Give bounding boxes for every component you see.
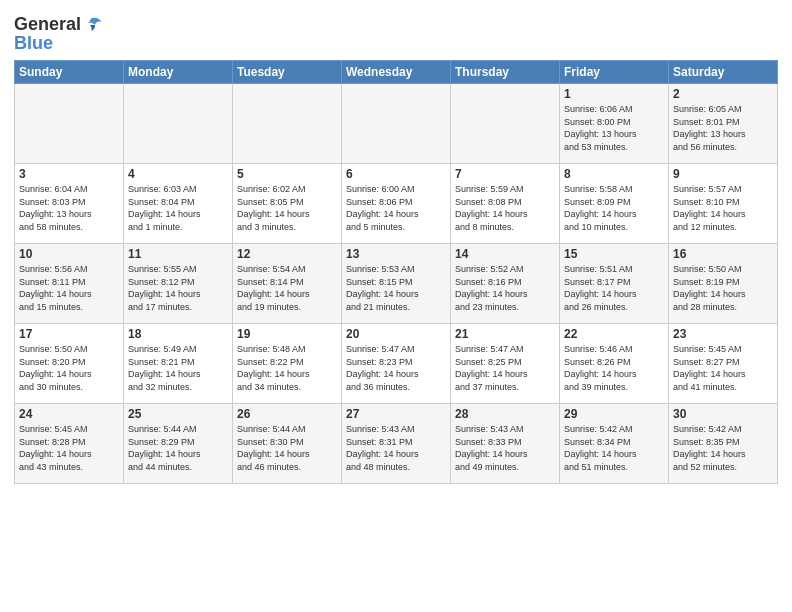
cell-info: Sunrise: 5:53 AM Sunset: 8:15 PM Dayligh… bbox=[346, 263, 446, 313]
calendar-cell: 24Sunrise: 5:45 AM Sunset: 8:28 PM Dayli… bbox=[15, 404, 124, 484]
calendar-cell bbox=[233, 84, 342, 164]
col-header-monday: Monday bbox=[124, 61, 233, 84]
cell-info: Sunrise: 6:06 AM Sunset: 8:00 PM Dayligh… bbox=[564, 103, 664, 153]
cell-info: Sunrise: 5:44 AM Sunset: 8:29 PM Dayligh… bbox=[128, 423, 228, 473]
day-number: 6 bbox=[346, 167, 446, 181]
calendar-cell bbox=[124, 84, 233, 164]
calendar-cell: 20Sunrise: 5:47 AM Sunset: 8:23 PM Dayli… bbox=[342, 324, 451, 404]
day-number: 21 bbox=[455, 327, 555, 341]
logo-bird-icon bbox=[83, 15, 103, 35]
calendar-week-5: 24Sunrise: 5:45 AM Sunset: 8:28 PM Dayli… bbox=[15, 404, 778, 484]
calendar-cell: 1Sunrise: 6:06 AM Sunset: 8:00 PM Daylig… bbox=[560, 84, 669, 164]
day-number: 8 bbox=[564, 167, 664, 181]
day-number: 27 bbox=[346, 407, 446, 421]
calendar-cell: 16Sunrise: 5:50 AM Sunset: 8:19 PM Dayli… bbox=[669, 244, 778, 324]
calendar-cell: 7Sunrise: 5:59 AM Sunset: 8:08 PM Daylig… bbox=[451, 164, 560, 244]
cell-info: Sunrise: 5:45 AM Sunset: 8:28 PM Dayligh… bbox=[19, 423, 119, 473]
calendar-cell: 10Sunrise: 5:56 AM Sunset: 8:11 PM Dayli… bbox=[15, 244, 124, 324]
calendar-cell: 25Sunrise: 5:44 AM Sunset: 8:29 PM Dayli… bbox=[124, 404, 233, 484]
cell-info: Sunrise: 5:43 AM Sunset: 8:33 PM Dayligh… bbox=[455, 423, 555, 473]
cell-info: Sunrise: 5:58 AM Sunset: 8:09 PM Dayligh… bbox=[564, 183, 664, 233]
calendar-cell: 22Sunrise: 5:46 AM Sunset: 8:26 PM Dayli… bbox=[560, 324, 669, 404]
calendar-week-4: 17Sunrise: 5:50 AM Sunset: 8:20 PM Dayli… bbox=[15, 324, 778, 404]
calendar-cell: 21Sunrise: 5:47 AM Sunset: 8:25 PM Dayli… bbox=[451, 324, 560, 404]
day-number: 17 bbox=[19, 327, 119, 341]
cell-info: Sunrise: 6:00 AM Sunset: 8:06 PM Dayligh… bbox=[346, 183, 446, 233]
day-number: 22 bbox=[564, 327, 664, 341]
cell-info: Sunrise: 5:56 AM Sunset: 8:11 PM Dayligh… bbox=[19, 263, 119, 313]
cell-info: Sunrise: 5:44 AM Sunset: 8:30 PM Dayligh… bbox=[237, 423, 337, 473]
calendar-week-1: 1Sunrise: 6:06 AM Sunset: 8:00 PM Daylig… bbox=[15, 84, 778, 164]
calendar-cell: 12Sunrise: 5:54 AM Sunset: 8:14 PM Dayli… bbox=[233, 244, 342, 324]
calendar-table: SundayMondayTuesdayWednesdayThursdayFrid… bbox=[14, 60, 778, 484]
calendar-cell: 23Sunrise: 5:45 AM Sunset: 8:27 PM Dayli… bbox=[669, 324, 778, 404]
logo: General Blue bbox=[14, 14, 103, 54]
calendar-cell: 27Sunrise: 5:43 AM Sunset: 8:31 PM Dayli… bbox=[342, 404, 451, 484]
cell-info: Sunrise: 5:45 AM Sunset: 8:27 PM Dayligh… bbox=[673, 343, 773, 393]
logo-blue-text: Blue bbox=[14, 33, 103, 54]
page: General Blue SundayMondayTuesdayWednesda… bbox=[0, 0, 792, 494]
calendar-cell: 6Sunrise: 6:00 AM Sunset: 8:06 PM Daylig… bbox=[342, 164, 451, 244]
cell-info: Sunrise: 6:05 AM Sunset: 8:01 PM Dayligh… bbox=[673, 103, 773, 153]
calendar-cell: 2Sunrise: 6:05 AM Sunset: 8:01 PM Daylig… bbox=[669, 84, 778, 164]
calendar-cell: 8Sunrise: 5:58 AM Sunset: 8:09 PM Daylig… bbox=[560, 164, 669, 244]
calendar-week-3: 10Sunrise: 5:56 AM Sunset: 8:11 PM Dayli… bbox=[15, 244, 778, 324]
calendar-cell bbox=[451, 84, 560, 164]
day-number: 25 bbox=[128, 407, 228, 421]
day-number: 24 bbox=[19, 407, 119, 421]
day-number: 13 bbox=[346, 247, 446, 261]
cell-info: Sunrise: 6:04 AM Sunset: 8:03 PM Dayligh… bbox=[19, 183, 119, 233]
cell-info: Sunrise: 5:52 AM Sunset: 8:16 PM Dayligh… bbox=[455, 263, 555, 313]
calendar-cell: 29Sunrise: 5:42 AM Sunset: 8:34 PM Dayli… bbox=[560, 404, 669, 484]
day-number: 3 bbox=[19, 167, 119, 181]
calendar-cell: 18Sunrise: 5:49 AM Sunset: 8:21 PM Dayli… bbox=[124, 324, 233, 404]
day-number: 30 bbox=[673, 407, 773, 421]
calendar-cell: 15Sunrise: 5:51 AM Sunset: 8:17 PM Dayli… bbox=[560, 244, 669, 324]
day-number: 12 bbox=[237, 247, 337, 261]
calendar-cell: 3Sunrise: 6:04 AM Sunset: 8:03 PM Daylig… bbox=[15, 164, 124, 244]
col-header-saturday: Saturday bbox=[669, 61, 778, 84]
day-number: 23 bbox=[673, 327, 773, 341]
day-number: 4 bbox=[128, 167, 228, 181]
day-number: 29 bbox=[564, 407, 664, 421]
cell-info: Sunrise: 5:54 AM Sunset: 8:14 PM Dayligh… bbox=[237, 263, 337, 313]
day-number: 1 bbox=[564, 87, 664, 101]
calendar-cell: 4Sunrise: 6:03 AM Sunset: 8:04 PM Daylig… bbox=[124, 164, 233, 244]
cell-info: Sunrise: 5:46 AM Sunset: 8:26 PM Dayligh… bbox=[564, 343, 664, 393]
header: General Blue bbox=[14, 10, 778, 54]
calendar-cell: 30Sunrise: 5:42 AM Sunset: 8:35 PM Dayli… bbox=[669, 404, 778, 484]
calendar-cell: 5Sunrise: 6:02 AM Sunset: 8:05 PM Daylig… bbox=[233, 164, 342, 244]
cell-info: Sunrise: 5:51 AM Sunset: 8:17 PM Dayligh… bbox=[564, 263, 664, 313]
cell-info: Sunrise: 5:43 AM Sunset: 8:31 PM Dayligh… bbox=[346, 423, 446, 473]
col-header-tuesday: Tuesday bbox=[233, 61, 342, 84]
calendar-cell: 26Sunrise: 5:44 AM Sunset: 8:30 PM Dayli… bbox=[233, 404, 342, 484]
cell-info: Sunrise: 5:59 AM Sunset: 8:08 PM Dayligh… bbox=[455, 183, 555, 233]
calendar-cell: 11Sunrise: 5:55 AM Sunset: 8:12 PM Dayli… bbox=[124, 244, 233, 324]
cell-info: Sunrise: 5:48 AM Sunset: 8:22 PM Dayligh… bbox=[237, 343, 337, 393]
col-header-thursday: Thursday bbox=[451, 61, 560, 84]
cell-info: Sunrise: 5:42 AM Sunset: 8:34 PM Dayligh… bbox=[564, 423, 664, 473]
cell-info: Sunrise: 5:42 AM Sunset: 8:35 PM Dayligh… bbox=[673, 423, 773, 473]
calendar-cell: 17Sunrise: 5:50 AM Sunset: 8:20 PM Dayli… bbox=[15, 324, 124, 404]
col-header-friday: Friday bbox=[560, 61, 669, 84]
cell-info: Sunrise: 5:57 AM Sunset: 8:10 PM Dayligh… bbox=[673, 183, 773, 233]
calendar-cell bbox=[342, 84, 451, 164]
cell-info: Sunrise: 6:03 AM Sunset: 8:04 PM Dayligh… bbox=[128, 183, 228, 233]
day-number: 2 bbox=[673, 87, 773, 101]
calendar-cell bbox=[15, 84, 124, 164]
day-number: 18 bbox=[128, 327, 228, 341]
cell-info: Sunrise: 5:49 AM Sunset: 8:21 PM Dayligh… bbox=[128, 343, 228, 393]
col-header-sunday: Sunday bbox=[15, 61, 124, 84]
day-number: 26 bbox=[237, 407, 337, 421]
calendar-header-row: SundayMondayTuesdayWednesdayThursdayFrid… bbox=[15, 61, 778, 84]
day-number: 15 bbox=[564, 247, 664, 261]
day-number: 9 bbox=[673, 167, 773, 181]
day-number: 7 bbox=[455, 167, 555, 181]
calendar-cell: 19Sunrise: 5:48 AM Sunset: 8:22 PM Dayli… bbox=[233, 324, 342, 404]
day-number: 20 bbox=[346, 327, 446, 341]
calendar-week-2: 3Sunrise: 6:04 AM Sunset: 8:03 PM Daylig… bbox=[15, 164, 778, 244]
calendar-cell: 28Sunrise: 5:43 AM Sunset: 8:33 PM Dayli… bbox=[451, 404, 560, 484]
cell-info: Sunrise: 5:47 AM Sunset: 8:23 PM Dayligh… bbox=[346, 343, 446, 393]
day-number: 28 bbox=[455, 407, 555, 421]
cell-info: Sunrise: 5:50 AM Sunset: 8:19 PM Dayligh… bbox=[673, 263, 773, 313]
